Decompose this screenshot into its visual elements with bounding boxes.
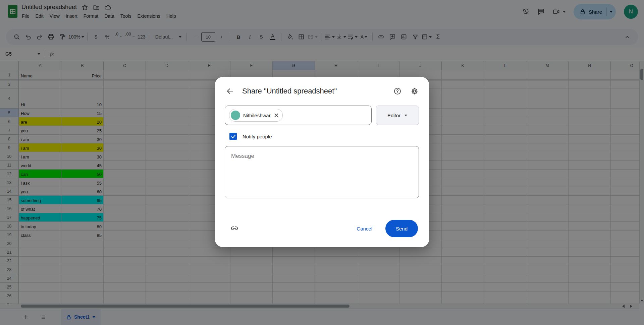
share-dialog-title: Share "Untitled spreadsheet": [242, 87, 393, 95]
permission-dropdown[interactable]: Editor: [376, 106, 419, 125]
help-icon[interactable]: [393, 87, 401, 95]
back-icon[interactable]: [226, 87, 234, 95]
notify-checkbox[interactable]: [229, 133, 237, 140]
send-button[interactable]: Send: [385, 220, 418, 237]
message-input[interactable]: [225, 146, 419, 198]
recipient-chip[interactable]: Nithileshwar: [229, 109, 283, 122]
remove-recipient-icon[interactable]: [274, 113, 279, 118]
recipients-input[interactable]: Nithileshwar: [225, 106, 372, 125]
permission-value: Editor: [387, 113, 400, 118]
share-dialog-header: Share "Untitled spreadsheet": [215, 77, 429, 95]
cancel-button[interactable]: Cancel: [357, 226, 372, 232]
recipient-avatar: [231, 111, 240, 120]
settings-gear-icon[interactable]: [411, 87, 419, 95]
share-dialog: Share "Untitled spreadsheet" Nithileshwa…: [215, 77, 429, 247]
notify-label: Notify people: [243, 134, 272, 139]
permission-caret-icon: [405, 115, 407, 118]
copy-link-icon[interactable]: [230, 224, 239, 233]
recipient-name: Nithileshwar: [243, 113, 271, 118]
